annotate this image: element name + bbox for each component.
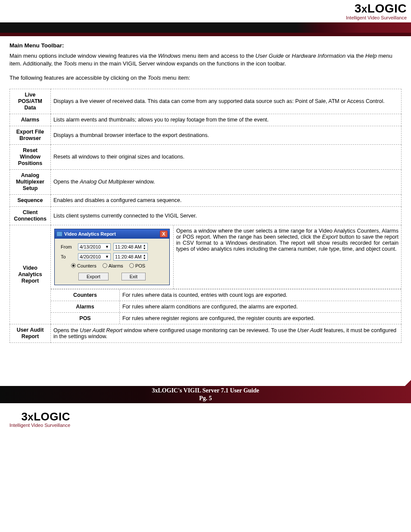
dialog-title: Video Analytics Report bbox=[64, 231, 116, 236]
brand-logo-footer: 3xLOGIC bbox=[9, 411, 70, 422]
spin-up-icon[interactable]: ▲ bbox=[143, 254, 146, 257]
from-label: From bbox=[61, 244, 75, 249]
table-row: Analog Multiplexer Setup Opens the Analo… bbox=[10, 169, 402, 194]
row-label-analog: Analog Multiplexer Setup bbox=[10, 169, 51, 194]
header-logo-area: 3xLOGIC Intelligent Video Surveillance bbox=[0, 0, 411, 22]
table-row: Sequence Enables and disables a configur… bbox=[10, 194, 402, 206]
footer-title: 3xLOGIC's VIGIL Server 7.1 User Guide bbox=[152, 387, 259, 395]
row-label-live: Live POS/ATM Data bbox=[10, 89, 51, 114]
brand-logo: 3xLOGIC bbox=[346, 3, 407, 15]
export-button[interactable]: Export bbox=[78, 273, 109, 280]
to-date-picker[interactable]: 4/20/2010▼ bbox=[78, 253, 111, 260]
table-row: User Audit Report Opens the User Audit R… bbox=[10, 324, 402, 342]
spin-down-icon[interactable]: ▼ bbox=[143, 257, 146, 260]
row-label-reset: Reset Window Positions bbox=[10, 144, 51, 169]
footer-band: 3xLOGIC's VIGIL Server 7.1 User Guide Pg… bbox=[0, 386, 411, 403]
intro-paragraph-2: The following features are accessible by… bbox=[9, 74, 402, 82]
row-label-export: Export File Browser bbox=[10, 126, 51, 144]
row-desc-client: Lists client systems currently connected… bbox=[51, 206, 402, 225]
var-dialog-screenshot: Video Analytics Report X From 4/13/2010▼… bbox=[51, 225, 174, 289]
sub-label-alarms: Alarms bbox=[51, 301, 120, 312]
var-description: Opens a window where the user selects a … bbox=[174, 225, 401, 289]
table-row: Reset Window Positions Resets all window… bbox=[10, 144, 402, 169]
row-desc-audit: Opens the User Audit Report window where… bbox=[51, 324, 402, 342]
row-label-audit: User Audit Report bbox=[10, 324, 51, 342]
radio-icon bbox=[103, 263, 107, 268]
footer-page: Pg. 5 bbox=[152, 395, 259, 402]
table-row: Alarms Lists alarm events and thumbnails… bbox=[10, 114, 402, 126]
window-icon bbox=[56, 231, 62, 236]
radio-icon bbox=[71, 263, 76, 268]
footer-logo-area: 3xLOGIC Intelligent Video Surveillance bbox=[0, 403, 411, 433]
spin-down-icon[interactable]: ▼ bbox=[143, 247, 146, 250]
sub-desc-counters: For rules where data is counted, entries… bbox=[120, 289, 401, 301]
table-row: Export File Browser Displays a thumbnail… bbox=[10, 126, 402, 144]
sub-label-pos: POS bbox=[51, 313, 120, 324]
chevron-down-icon[interactable]: ▼ bbox=[105, 255, 109, 259]
sub-desc-pos: For rules where register regions are con… bbox=[120, 313, 401, 324]
row-desc-live: Displays a live viewer of received data.… bbox=[51, 89, 402, 114]
radio-icon bbox=[129, 263, 134, 268]
intro-paragraph-1: Main menu options include window viewing… bbox=[9, 52, 402, 67]
chevron-down-icon[interactable]: ▼ bbox=[105, 245, 109, 249]
row-label-sequence: Sequence bbox=[10, 194, 51, 206]
row-desc-export: Displays a thumbnail browser interface t… bbox=[51, 126, 402, 144]
exit-button[interactable]: Exit bbox=[121, 273, 146, 280]
radio-alarms[interactable]: Alarms bbox=[103, 263, 123, 268]
spin-up-icon[interactable]: ▲ bbox=[143, 244, 146, 247]
table-row: Video Analytics Report Video Analytics R… bbox=[10, 225, 402, 324]
to-time-picker[interactable]: 11:20:48 AM▲▼ bbox=[113, 253, 148, 261]
row-desc-var: Video Analytics Report X From 4/13/2010▼… bbox=[51, 225, 402, 324]
var-dialog: Video Analytics Report X From 4/13/2010▼… bbox=[54, 229, 170, 285]
to-label: To bbox=[61, 254, 75, 259]
radio-counters[interactable]: Counters bbox=[71, 263, 97, 268]
sub-label-counters: Counters bbox=[51, 289, 120, 301]
row-label-client: Client Connections bbox=[10, 206, 51, 225]
table-row: Client Connections Lists client systems … bbox=[10, 206, 402, 225]
row-desc-reset: Resets all windows to their original siz… bbox=[51, 144, 402, 169]
brand-tagline: Intelligent Video Surveillance bbox=[346, 15, 407, 20]
from-date-picker[interactable]: 4/13/2010▼ bbox=[78, 243, 111, 250]
from-time-picker[interactable]: 11:20:48 AM▲▼ bbox=[113, 243, 148, 251]
sub-row-alarms: Alarms For rules where alarm conditions … bbox=[51, 301, 401, 312]
table-row: Live POS/ATM Data Displays a live viewer… bbox=[10, 89, 402, 114]
row-desc-analog: Opens the Analog Out Multiplexer window. bbox=[51, 169, 402, 194]
sub-row-pos: POS For rules where register regions are… bbox=[51, 312, 401, 324]
row-label-alarms: Alarms bbox=[10, 114, 51, 126]
row-desc-sequence: Enables and disables a configured camera… bbox=[51, 194, 402, 206]
header-band bbox=[0, 22, 411, 36]
sub-desc-alarms: For rules where alarm conditions are con… bbox=[120, 301, 401, 312]
dialog-titlebar: Video Analytics Report X bbox=[55, 229, 169, 239]
row-desc-alarms: Lists alarm events and thumbnails; allow… bbox=[51, 114, 402, 126]
radio-pos[interactable]: POS bbox=[129, 263, 145, 268]
row-label-var: Video Analytics Report bbox=[10, 225, 51, 324]
section-heading: Main Menu Toolbar: bbox=[9, 42, 402, 49]
tools-table: Live POS/ATM Data Displays a live viewer… bbox=[9, 89, 402, 343]
close-icon[interactable]: X bbox=[160, 230, 168, 237]
brand-tagline-footer: Intelligent Video Surveillance bbox=[9, 423, 70, 428]
sub-row-counters: Counters For rules where data is counted… bbox=[51, 289, 401, 301]
